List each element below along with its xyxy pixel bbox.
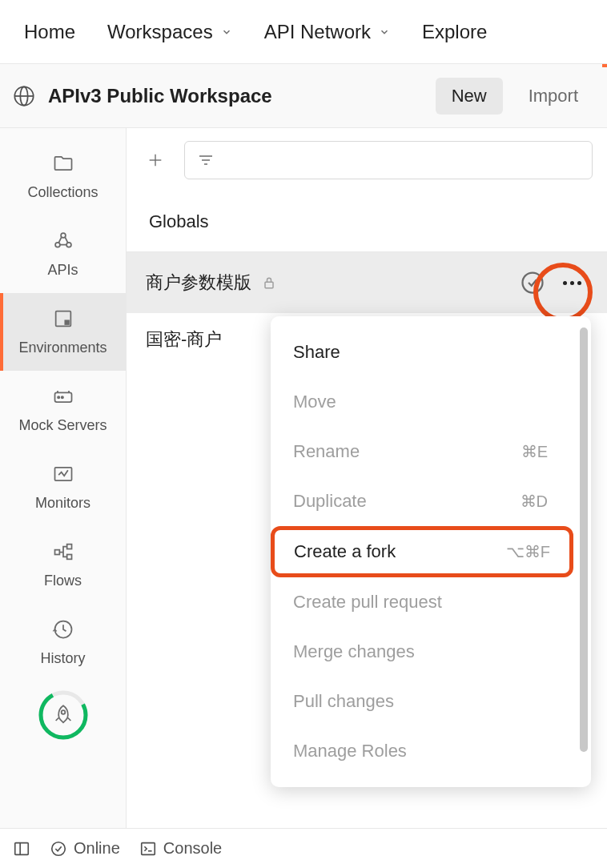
chevron-down-icon (379, 26, 390, 38)
chevron-down-icon (221, 26, 232, 38)
svg-rect-14 (66, 555, 71, 560)
plus-icon (147, 151, 164, 169)
sidebar-label: Mock Servers (18, 417, 107, 434)
menu-pull-changes: Pull changes (271, 677, 570, 726)
svg-point-4 (55, 243, 60, 247)
folder-icon (52, 152, 74, 175)
nav-api-network[interactable]: API Network (264, 21, 390, 43)
svg-rect-12 (54, 550, 59, 555)
sidebar-label: Collections (27, 184, 98, 201)
sidebar-item-history[interactable]: History (0, 604, 126, 681)
rocket-badge[interactable] (38, 689, 89, 741)
sidebar-label: APIs (47, 262, 78, 279)
more-options-button[interactable] (556, 267, 588, 299)
menu-move: Move (271, 377, 570, 427)
environments-icon (52, 307, 74, 330)
online-label: Online (74, 839, 120, 858)
sidebar-label: History (40, 650, 85, 667)
svg-point-5 (66, 243, 71, 247)
menu-duplicate: Duplicate⌘D (271, 476, 570, 526)
menu-create-pr: Create pull request (271, 577, 570, 627)
menu-share[interactable]: Share (271, 328, 570, 377)
footer-online-status[interactable]: Online (50, 839, 120, 858)
workspace-bar: APIv3 Public Workspace New Import (0, 64, 607, 128)
context-menu: Share Move Rename⌘E Duplicate⌘D Create a… (271, 316, 591, 787)
nav-api-network-label: API Network (264, 21, 371, 43)
accent-indicator (602, 64, 607, 67)
nav-workspaces[interactable]: Workspaces (107, 21, 232, 43)
globals-header[interactable]: Globals (127, 192, 607, 252)
env-name-text: 国密-商户 (146, 328, 222, 352)
server-icon (52, 385, 74, 408)
svg-point-9 (58, 396, 59, 398)
check-circle-icon[interactable] (521, 271, 545, 295)
new-button[interactable]: New (436, 78, 503, 115)
sidebar-item-apis[interactable]: APIs (0, 215, 126, 293)
svg-point-28 (52, 842, 66, 855)
svg-rect-29 (142, 842, 155, 854)
filter-input[interactable] (184, 141, 593, 179)
progress-ring (38, 689, 89, 741)
svg-point-10 (61, 396, 62, 398)
menu-rename: Rename⌘E (271, 427, 570, 476)
import-button[interactable]: Import (513, 78, 594, 115)
footer-bar: Online Console (0, 828, 607, 868)
nav-explore[interactable]: Explore (422, 21, 487, 43)
sidebar-label: Environments (18, 340, 107, 356)
footer-console[interactable]: Console (139, 839, 222, 858)
sidebar-item-flows[interactable]: Flows (0, 526, 126, 604)
monitors-icon (52, 463, 74, 485)
add-button[interactable] (141, 146, 170, 175)
more-horizontal-icon (563, 281, 581, 285)
filter-icon (196, 151, 215, 170)
menu-merge-changes: Merge changes (271, 627, 570, 677)
svg-rect-24 (265, 282, 273, 288)
svg-rect-26 (15, 842, 29, 854)
workspace-info: APIv3 Public Workspace (13, 85, 272, 107)
sidebar-item-environments[interactable]: Environments (0, 293, 126, 371)
environment-name: 商户参数模版 (146, 271, 509, 295)
flows-icon (52, 540, 74, 563)
content-header (127, 128, 607, 192)
footer-panel-toggle[interactable] (13, 840, 30, 858)
console-label: Console (163, 839, 222, 858)
svg-point-25 (523, 273, 543, 293)
sidebar: Collections APIs Environments Mock Serve… (0, 128, 127, 828)
check-circle-icon (50, 840, 67, 858)
workspace-actions: New Import (436, 78, 594, 115)
apis-icon (52, 230, 74, 252)
top-nav: Home Workspaces API Network Explore (0, 0, 607, 64)
globe-icon (13, 85, 35, 107)
nav-home[interactable]: Home (24, 21, 75, 43)
svg-rect-13 (66, 545, 71, 549)
sidebar-item-monitors[interactable]: Monitors (0, 448, 126, 526)
menu-scrollbar[interactable] (580, 328, 588, 752)
history-icon (52, 618, 74, 641)
environment-row[interactable]: 商户参数模版 (127, 252, 607, 313)
menu-manage-roles: Manage Roles (271, 726, 570, 776)
menu-create-fork[interactable]: Create a fork⌥⌘F (271, 526, 573, 577)
env-name-text: 商户参数模版 (146, 271, 251, 295)
svg-point-3 (61, 233, 66, 238)
sidebar-label: Monitors (35, 495, 90, 512)
sidebar-item-mock-servers[interactable]: Mock Servers (0, 371, 126, 448)
panel-icon (13, 840, 30, 858)
svg-rect-7 (65, 320, 69, 324)
sidebar-item-collections[interactable]: Collections (0, 138, 126, 215)
sidebar-label: Flows (44, 573, 82, 589)
console-icon (139, 840, 157, 858)
workspace-title: APIv3 Public Workspace (48, 85, 272, 107)
nav-workspaces-label: Workspaces (107, 21, 213, 43)
lock-icon (261, 275, 277, 291)
